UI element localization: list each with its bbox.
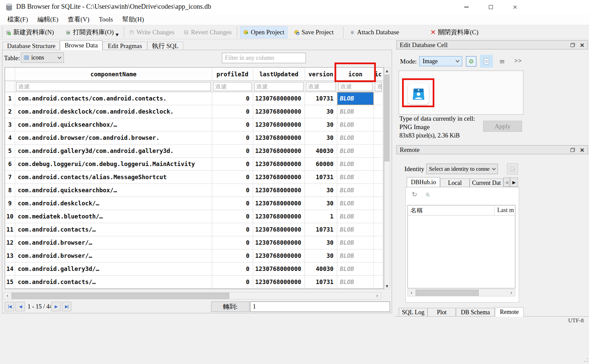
grid-cell-version[interactable]: 30 [305,105,337,118]
grid-cell-profileId[interactable]: 0 [212,210,253,223]
column-filter-input[interactable]: 過濾 [375,82,382,91]
menu-file[interactable]: 檔案(F) [3,14,32,25]
grid-vscroll-down[interactable]: ▼ [384,283,390,289]
remote-refresh-button[interactable]: ↻ [409,190,420,199]
grid-cell-lastUpdated[interactable]: 1230768000000 [253,145,305,158]
grid-cell-version[interactable]: 30 [305,249,337,262]
grid-cell-profileId[interactable]: 0 [212,262,253,276]
grid-cell-profileId[interactable]: 0 [212,223,253,236]
column-filter-input[interactable]: 過濾 [16,82,211,91]
mode-combobox[interactable]: Image [419,56,462,66]
grid-cell-componentName[interactable]: com.android.contacts/… [15,276,212,289]
grid-cell-version[interactable]: 60000 [305,158,337,171]
menu-tools[interactable]: Tools [95,15,117,24]
grid-cell-icon[interactable]: BLOB [337,197,374,210]
column-filter-input[interactable]: 過濾 [306,82,336,91]
grid-cell-lastUpdated[interactable]: 1230768000000 [253,92,305,105]
grid-cell-icon[interactable]: BLOB [337,158,374,171]
grid-cell-icon[interactable]: BLOB [337,223,374,236]
column-filter-input[interactable]: 過濾 [213,82,252,91]
grid-cell-overflow[interactable] [374,105,383,118]
attach-database-button[interactable]: Attach Database [347,26,402,38]
remote-col-name[interactable]: 名稱 [408,205,495,215]
grid-cell-version[interactable]: 10731 [305,171,337,184]
grid-hscroll-thumb[interactable] [11,293,229,299]
menu-view[interactable]: 查看(V) [64,14,93,25]
grid-cell-icon[interactable]: BLOB [337,118,374,131]
close-button[interactable]: × [507,0,523,14]
grid-cell-overflow[interactable] [374,262,383,276]
remote-tab-local[interactable]: Local [440,178,470,187]
grid-horizontal-scrollbar[interactable]: ‹ › [3,292,381,299]
grid-cell-num[interactable]: 4 [5,131,15,145]
grid-cell-version[interactable]: 10731 [305,223,337,236]
remote-tabs-scroll-right[interactable]: ▶ [510,177,518,187]
grid-cell-componentName[interactable]: com.android.deskclock/… [15,197,212,210]
grid-cell-version[interactable]: 40030 [305,145,337,158]
col-header-num[interactable] [5,68,15,81]
grid-cell-componentName[interactable]: com.android.browser/com.android.browser. [15,131,212,145]
grid-cell-version[interactable]: 1 [305,210,337,223]
bottom-tab-sql-log[interactable]: SQL Log [399,308,428,317]
grid-cell-profileId[interactable]: 0 [212,236,253,249]
write-changes-button[interactable]: Write Changes [126,26,177,38]
grid-cell-lastUpdated[interactable]: 1230768000000 [253,171,305,184]
grid-cell-profileId[interactable]: 0 [212,92,253,105]
grid-cell-componentName[interactable]: com.android.contacts/… [15,223,212,236]
grid-cell-lastUpdated[interactable]: 1230768000000 [253,158,305,171]
col-header-lastUpdated[interactable]: lastUpdated [253,68,305,81]
menu-help[interactable]: 幫助(H) [118,14,148,25]
grid-cell-num[interactable]: 14 [5,262,15,276]
grid-cell-overflow[interactable] [374,276,383,289]
grid-cell-overflow[interactable] [374,223,383,236]
grid-cell-overflow[interactable] [374,145,383,158]
grid-cell-version[interactable]: 10731 [305,276,337,289]
grid-cell-icon[interactable]: BLOB [337,184,374,197]
grid-cell-num[interactable]: 6 [5,158,15,171]
remote-hscroll-right[interactable]: › [508,289,515,296]
close-panel-icon[interactable]: × [580,42,585,48]
grid-cell-componentName[interactable]: com.android.browser/… [15,236,212,249]
col-header-overflow[interactable]: ic [374,68,383,81]
float-panel-icon[interactable] [571,43,575,47]
remote-tab-dbhub[interactable]: DBHub.io [407,177,440,187]
tab-edit-pragmas[interactable]: Edit Pragmas [103,42,147,50]
grid-cell-profileId[interactable]: 0 [212,184,253,197]
grid-cell-profileId[interactable]: 0 [212,131,253,145]
grid-cell-lastUpdated[interactable]: 1230768000000 [253,276,305,289]
grid-cell-overflow[interactable] [374,236,383,249]
grid-cell-componentName[interactable]: com.android.contacts/com.android.contact… [15,92,212,105]
grid-cell-num[interactable]: 10 [5,210,15,223]
grid-cell-lastUpdated[interactable]: 1230768000000 [253,118,305,131]
remote-col-modified[interactable]: Last m [495,205,515,215]
word-wrap-button[interactable]: ≡ [497,56,507,67]
grid-cell-lastUpdated[interactable]: 1230768000000 [253,210,305,223]
grid-cell-componentName[interactable]: com.android.deskclock/com.android.deskcl… [15,105,212,118]
resize-grip[interactable] [584,358,588,362]
grid-hscroll-right[interactable]: › [374,292,381,299]
grid-cell-lastUpdated[interactable]: 1230768000000 [253,262,305,276]
grid-cell-componentName[interactable]: com.android.gallery3d/… [15,262,212,276]
grid-vertical-scrollbar[interactable]: ▲ ▼ [384,67,390,289]
grid-cell-lastUpdated[interactable]: 1230768000000 [253,223,305,236]
grid-cell-profileId[interactable]: 0 [212,249,253,262]
grid-cell-lastUpdated[interactable]: 1230768000000 [253,249,305,262]
grid-cell-profileId[interactable]: 0 [212,145,253,158]
tab-execute-sql[interactable]: 執行 SQL [147,42,183,50]
grid-cell-overflow[interactable] [374,171,383,184]
grid-cell-num[interactable]: 2 [5,105,15,118]
grid-vscroll-up[interactable]: ▲ [384,68,390,74]
grid-cell-componentName[interactable]: com.mediatek.bluetooth/… [15,210,212,223]
col-header-profileId[interactable]: profileId [212,68,253,81]
grid-cell-num[interactable]: 9 [5,197,15,210]
grid-cell-overflow[interactable] [374,249,383,262]
grid-cell-num[interactable]: 1 [5,92,15,105]
grid-cell-version[interactable]: 30 [305,197,337,210]
bottom-tab-plot[interactable]: Plot [428,308,456,317]
grid-cell-icon[interactable]: BLOB [337,262,374,276]
grid-cell-componentName[interactable]: com.android.contacts/alias.MessageShortc… [15,171,212,184]
goto-input[interactable] [250,301,390,312]
new-database-button[interactable]: 新建資料庫(N) [3,26,56,38]
bottom-tab-remote[interactable]: Remote [495,307,524,317]
grid-cell-icon[interactable]: BLOB [337,171,374,184]
